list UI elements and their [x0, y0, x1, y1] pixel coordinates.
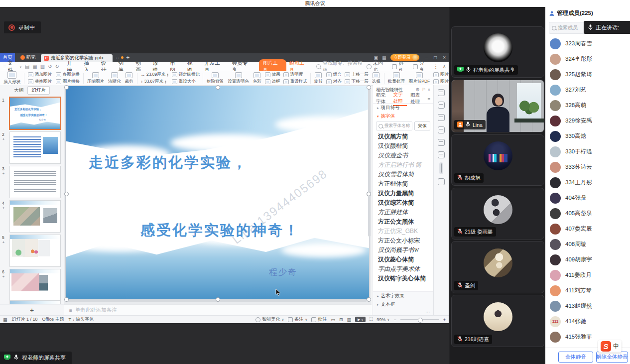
- member-row-7[interactable]: 330于柠瑅: [545, 144, 630, 159]
- missing-font-button[interactable]: T↓缺失字体: [68, 316, 94, 323]
- toolbar-压缩图片[interactable]: 压缩图片: [85, 72, 106, 85]
- selection-handle[interactable]: [367, 192, 371, 196]
- font-item-12[interactable]: 汉仪尚巍手书W: [373, 245, 433, 255]
- toolbar-裁剪[interactable]: 裁剪: [123, 72, 135, 85]
- design-icon[interactable]: [438, 114, 445, 121]
- member-row-6[interactable]: 330高焓: [545, 128, 630, 144]
- slide-thumbnail-6[interactable]: [9, 269, 61, 301]
- font-item-14[interactable]: 字由点字美术体: [373, 264, 433, 274]
- slide-canvas[interactable]: Lina 13944405698 走近多彩的化学实验， 感受化学实验的神奇！ 程…: [64, 85, 372, 316]
- toolbar-图片拼接[interactable]: 图片拼接: [56, 79, 80, 85]
- reading-view-icon[interactable]: ▥: [347, 317, 352, 322]
- slide-author[interactable]: 程少奇: [269, 266, 297, 278]
- normal-view-icon[interactable]: ▭: [331, 317, 335, 322]
- zoom-slider[interactable]: [400, 319, 439, 320]
- tab-text-processing[interactable]: 文字处理: [393, 92, 406, 106]
- font-search-input[interactable]: 搜索字体名称: [376, 121, 412, 130]
- toolbar-清晰化[interactable]: 清晰化: [106, 72, 123, 85]
- toolbar-下移一层[interactable]: 下移一层: [345, 79, 369, 85]
- selection-handle[interactable]: [367, 297, 371, 302]
- member-row-10[interactable]: 404张鼎: [545, 190, 630, 206]
- toolbar-上移一层[interactable]: 上移一层: [345, 72, 369, 78]
- gear-icon[interactable]: ⚙: [416, 87, 420, 92]
- font-item-6[interactable]: 汉仪力量黑简: [373, 189, 433, 198]
- video-tile-2[interactable]: 胡成旭: [451, 134, 544, 186]
- member-row-4[interactable]: 328高萌: [545, 98, 630, 113]
- font-item-4[interactable]: 汉仪雪君体简: [373, 170, 433, 179]
- slide-thumbnail-3[interactable]: [9, 166, 61, 198]
- history-icon[interactable]: [438, 139, 445, 146]
- redo-icon[interactable]: ↻: [55, 64, 59, 69]
- font-item-9[interactable]: 方正公文黑体: [373, 217, 433, 227]
- slide-sorter-icon[interactable]: ⊞: [339, 317, 343, 322]
- toolbar-插入形状[interactable]: 插入形状: [1, 71, 22, 85]
- unmute-all-button[interactable]: 解除全体静音: [596, 352, 628, 363]
- member-row-1[interactable]: 324李彤彤: [545, 51, 630, 67]
- font-item-15[interactable]: 汉仪铸字美心体简: [373, 274, 433, 283]
- outline-tab[interactable]: 大纲: [14, 87, 23, 94]
- toolbar-色彩[interactable]: 色彩: [251, 72, 263, 85]
- member-row-9[interactable]: 334王丹彤: [545, 175, 630, 190]
- slide-thumbnail-4[interactable]: [9, 200, 61, 233]
- toolbar-批量处理[interactable]: 批量处理: [386, 72, 407, 85]
- assets-icon[interactable]: [438, 151, 445, 158]
- slide-title-line1[interactable]: 走近多彩的化学实验，: [89, 153, 248, 173]
- selection-handle[interactable]: [64, 85, 69, 90]
- toolbar-图片翻译[interactable]: 图片翻译: [433, 79, 449, 85]
- vertical-scrollbar[interactable]: [368, 87, 371, 237]
- video-tile-5[interactable]: 216刘语嘉: [451, 295, 544, 347]
- zoom-out-button[interactable]: −: [393, 317, 396, 322]
- member-row-17[interactable]: 413赵娜然: [545, 298, 630, 314]
- member-row-13[interactable]: 408周璇: [545, 237, 630, 252]
- section-textbox[interactable]: ▸ 文本框: [373, 300, 433, 309]
- slides-tab[interactable]: 幻灯片: [27, 86, 50, 95]
- slide-thumbnail-1[interactable]: 走近多彩的化学实验，感受化学实验的神奇！程少奇: [9, 97, 61, 130]
- slide-thumbnail-2[interactable]: [9, 131, 61, 164]
- toolbar-多图轮播[interactable]: 多图轮播: [56, 72, 80, 78]
- member-row-5[interactable]: 329徐安禹: [545, 113, 630, 128]
- member-row-3[interactable]: 327刘艺: [545, 82, 630, 98]
- video-tile-1[interactable]: Lina: [451, 80, 544, 132]
- more-icon[interactable]: ⋯: [425, 309, 430, 315]
- spinner-icon[interactable]: ▴▾: [167, 73, 168, 77]
- slide-thumbnail-5[interactable]: [9, 235, 61, 267]
- comments-button[interactable]: 批注: [311, 316, 327, 323]
- beautify-button[interactable]: 智能美化∨: [255, 316, 284, 323]
- member-row-16[interactable]: 411刘芳琴: [545, 283, 630, 298]
- member-row-15[interactable]: 411姜欣月: [545, 267, 630, 283]
- tab-docer-fonts[interactable]: 稻壳字体: [376, 92, 389, 105]
- selection-handle[interactable]: [216, 85, 220, 90]
- member-row-2[interactable]: 325赵紫琦: [545, 67, 630, 82]
- comments-panel-icon[interactable]: [438, 178, 445, 185]
- toolbar-添加图片[interactable]: 添加图片: [28, 72, 52, 78]
- section-change-font[interactable]: ▾ 换字体: [373, 112, 433, 121]
- undo-icon[interactable]: ↺: [48, 64, 52, 69]
- toolbar-边框[interactable]: 边框: [265, 79, 280, 85]
- layout-icon[interactable]: [438, 126, 445, 133]
- font-item-11[interactable]: 方正公文小标宋: [373, 236, 433, 245]
- font-item-0[interactable]: 汉仪黑方简: [373, 132, 433, 141]
- zoom-knob[interactable]: [418, 318, 423, 323]
- pin-icon[interactable]: ⚐: [422, 87, 426, 92]
- mute-all-button[interactable]: 全体静音: [558, 352, 593, 363]
- add-slide-button[interactable]: +: [0, 304, 64, 316]
- width-field[interactable]: ↔23.89厘米▴▾: [141, 72, 168, 78]
- selection-handle[interactable]: [216, 297, 220, 302]
- current-slide[interactable]: Lina 13944405698 走近多彩的化学实验， 感受化学实验的神奇！ 程…: [66, 86, 369, 299]
- font-item-8[interactable]: 方正胖娃体: [373, 208, 433, 217]
- zoom-level[interactable]: 99%∨: [377, 317, 389, 322]
- notes-bar[interactable]: ≡ 单击此处添加备注: [64, 304, 372, 316]
- member-row-8[interactable]: 333苏诗云: [545, 159, 630, 175]
- tab-chart-processing[interactable]: 图表处理: [410, 92, 424, 105]
- slideshow-play-button[interactable]: ▶∨: [355, 317, 366, 322]
- current-font-button[interactable]: 宋体: [414, 121, 430, 130]
- slide-title-line2[interactable]: 感受化学实验的神奇！: [140, 221, 300, 241]
- height-field[interactable]: ↕33.87厘米▴▾: [141, 79, 168, 85]
- export-icon[interactable]: ▦: [32, 64, 37, 69]
- theme-label[interactable]: Office 主题: [42, 316, 64, 323]
- toolbar-抠除背景[interactable]: 抠除背景: [205, 72, 226, 85]
- video-tile-4[interactable]: 圣剑: [451, 241, 544, 293]
- properties-icon[interactable]: [438, 89, 445, 96]
- toolbar-锁定纵横比[interactable]: 锁定纵横比: [172, 72, 200, 78]
- toolbar-效果[interactable]: 效果: [265, 72, 280, 78]
